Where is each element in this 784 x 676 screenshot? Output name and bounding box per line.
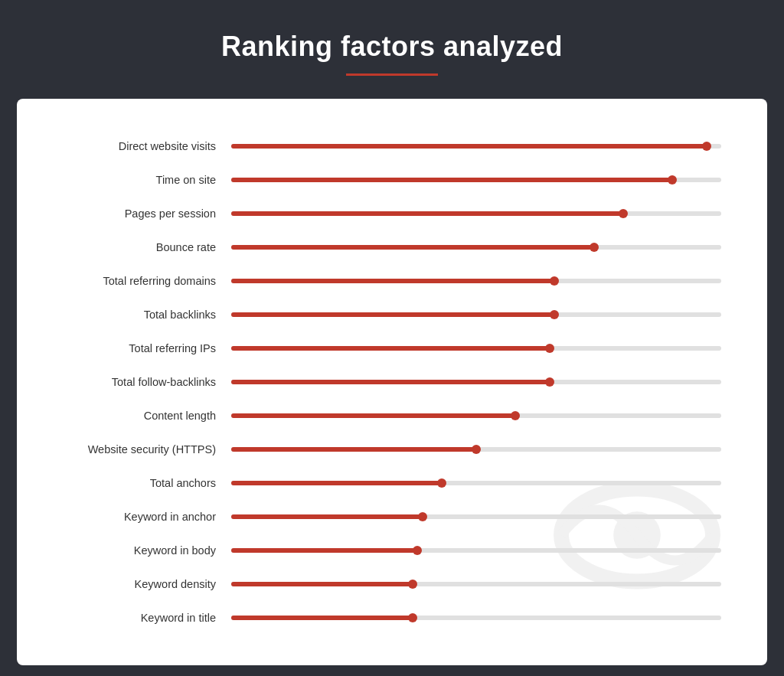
bar-fill [231, 514, 423, 519]
row-label: Direct website visits [32, 140, 231, 152]
bar-fill [231, 312, 554, 317]
row-label: Keyword in body [32, 544, 231, 557]
bar-dot [619, 209, 628, 218]
row-label: Bounce rate [32, 241, 231, 253]
bar-track [231, 380, 721, 384]
bar-dot [545, 344, 554, 353]
bar-track [231, 413, 721, 418]
bar-track [231, 548, 721, 553]
row-label: Content length [32, 410, 231, 422]
bar-fill [231, 582, 413, 586]
chart-row: Total referring IPs [32, 331, 721, 365]
bar-dot [408, 580, 417, 589]
bar-track [231, 312, 721, 317]
bar-dot [550, 310, 559, 319]
bar-fill [231, 447, 476, 452]
bar-track [231, 211, 721, 216]
bar-fill [231, 616, 413, 620]
chart-row: Total follow-backlinks [32, 365, 721, 399]
row-label: Keyword density [32, 578, 231, 590]
bar-dot [702, 142, 711, 151]
chart-row: Time on site [32, 163, 721, 197]
bar-dot [413, 546, 422, 555]
bar-track [231, 279, 721, 283]
chart-row: Keyword in title [32, 601, 721, 635]
chart-row: Content length [32, 399, 721, 433]
bar-dot [511, 411, 520, 420]
bar-dot [590, 243, 599, 252]
bar-track [231, 178, 721, 182]
row-label: Total backlinks [32, 309, 231, 321]
chart-row: Direct website visits [32, 129, 721, 163]
chart-row: Bounce rate [32, 230, 721, 264]
bar-track [231, 582, 721, 586]
title-underline [346, 73, 438, 76]
bar-track [231, 514, 721, 519]
bar-dot [668, 175, 677, 185]
header-section: Ranking factors analyzed [0, 0, 784, 99]
bar-track [231, 481, 721, 485]
row-label: Total referring IPs [32, 342, 231, 354]
bar-track [231, 144, 721, 149]
bar-fill [231, 178, 672, 182]
bar-dot [418, 512, 427, 521]
bar-fill [231, 346, 550, 351]
chart-row: Total referring domains [32, 264, 721, 298]
chart-row: Total backlinks [32, 298, 721, 331]
page-title: Ranking factors analyzed [15, 31, 769, 63]
bar-dot [545, 377, 554, 387]
bar-track [231, 616, 721, 620]
row-label: Keyword in anchor [32, 511, 231, 523]
row-label: Keyword in title [32, 612, 231, 624]
bar-fill [231, 211, 623, 216]
bar-fill [231, 548, 417, 553]
bar-dot [408, 613, 417, 622]
bar-dot [472, 445, 481, 454]
chart-row: Pages per session [32, 197, 721, 230]
chart-container: Direct website visitsTime on sitePages p… [17, 99, 767, 665]
bar-fill [231, 144, 707, 149]
bar-track [231, 245, 721, 250]
row-label: Total follow-backlinks [32, 376, 231, 388]
bar-fill [231, 481, 442, 485]
bar-fill [231, 380, 550, 384]
bar-track [231, 346, 721, 351]
row-label: Website security (HTTPS) [32, 443, 231, 456]
bar-track [231, 447, 721, 452]
bar-dot [550, 276, 559, 286]
chart-row: Website security (HTTPS) [32, 433, 721, 466]
bar-fill [231, 413, 515, 418]
row-label: Time on site [32, 174, 231, 186]
bar-fill [231, 245, 594, 250]
row-label: Pages per session [32, 207, 231, 220]
bar-fill [231, 279, 554, 283]
row-label: Total referring domains [32, 275, 231, 287]
bar-dot [437, 478, 446, 488]
row-label: Total anchors [32, 477, 231, 489]
